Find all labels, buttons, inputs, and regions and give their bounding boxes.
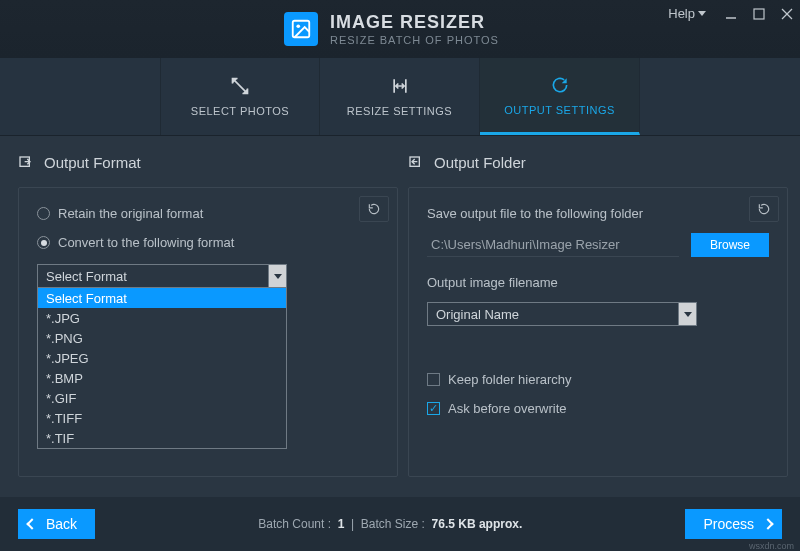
radio-label: Retain the original format <box>58 206 203 221</box>
back-button[interactable]: Back <box>18 509 95 539</box>
process-button[interactable]: Process <box>685 509 782 539</box>
svg-point-1 <box>296 24 300 28</box>
chevron-right-icon <box>762 518 773 529</box>
dropdown-option[interactable]: Select Format <box>38 288 286 308</box>
tab-label: RESIZE SETTINGS <box>347 105 452 117</box>
reset-folder-button[interactable] <box>749 196 779 222</box>
output-path-input[interactable] <box>427 233 679 257</box>
chevron-down-icon <box>268 265 286 287</box>
chevron-down-icon <box>678 303 696 325</box>
radio-retain-original[interactable]: Retain the original format <box>37 206 379 221</box>
checkbox-icon <box>427 373 440 386</box>
titlebar: IMAGE RESIZER RESIZE BATCH OF PHOTOS Hel… <box>0 0 800 58</box>
dropdown-option[interactable]: *.JPG <box>38 308 286 328</box>
expand-arrows-icon <box>229 75 251 97</box>
reset-format-button[interactable] <box>359 196 389 222</box>
app-subtitle: RESIZE BATCH OF PHOTOS <box>330 34 499 46</box>
chevron-left-icon <box>26 518 37 529</box>
dropdown-option[interactable]: *.TIF <box>38 428 286 448</box>
format-dropdown-list: Select Format *.JPG *.PNG *.JPEG *.BMP *… <box>37 288 287 449</box>
radio-convert-format[interactable]: Convert to the following format <box>37 235 379 250</box>
radio-icon <box>37 236 50 249</box>
resize-arrows-icon <box>389 75 411 97</box>
format-select[interactable]: Select Format Select Format *.JPG *.PNG … <box>37 264 287 288</box>
tab-bar: SELECT PHOTOS RESIZE SETTINGS OUTPUT SET… <box>0 58 800 136</box>
select-value: Original Name <box>436 307 519 322</box>
folder-export-icon <box>408 155 424 171</box>
browse-button[interactable]: Browse <box>691 233 769 257</box>
watermark-text: wsxdn.com <box>749 541 794 551</box>
select-value: Select Format <box>46 269 127 284</box>
output-format-panel: Output Format Retain the original format… <box>18 154 398 496</box>
help-menu[interactable]: Help <box>668 6 706 21</box>
refresh-icon <box>549 74 571 96</box>
checkbox-icon <box>427 402 440 415</box>
dropdown-option[interactable]: *.GIF <box>38 388 286 408</box>
tab-label: OUTPUT SETTINGS <box>504 104 615 116</box>
status-text: Batch Count : 1 | Batch Size : 76.5 KB a… <box>95 517 685 531</box>
filename-label: Output image filename <box>427 275 769 290</box>
checkbox-label: Keep folder hierarchy <box>448 372 572 387</box>
checkbox-keep-hierarchy[interactable]: Keep folder hierarchy <box>427 372 769 387</box>
output-folder-panel: Output Folder Save output file to the fo… <box>408 154 788 496</box>
filename-select[interactable]: Original Name <box>427 302 697 326</box>
save-folder-label: Save output file to the following folder <box>427 206 769 221</box>
svg-rect-3 <box>754 9 764 19</box>
tab-resize-settings[interactable]: RESIZE SETTINGS <box>320 57 480 135</box>
panel-heading: Output Format <box>44 154 141 171</box>
dropdown-option[interactable]: *.PNG <box>38 328 286 348</box>
help-label: Help <box>668 6 695 21</box>
export-icon <box>18 155 34 171</box>
svg-line-6 <box>234 80 246 92</box>
process-label: Process <box>703 516 754 532</box>
chevron-down-icon <box>698 11 706 16</box>
content-area: Output Format Retain the original format… <box>0 136 800 496</box>
tab-output-settings[interactable]: OUTPUT SETTINGS <box>480 57 640 135</box>
panel-heading: Output Folder <box>434 154 526 171</box>
tab-label: SELECT PHOTOS <box>191 105 289 117</box>
dropdown-option[interactable]: *.JPEG <box>38 348 286 368</box>
close-button[interactable] <box>780 7 794 21</box>
radio-icon <box>37 207 50 220</box>
maximize-button[interactable] <box>752 7 766 21</box>
footer-bar: Back Batch Count : 1 | Batch Size : 76.5… <box>0 497 800 551</box>
back-label: Back <box>46 516 77 532</box>
checkbox-ask-overwrite[interactable]: Ask before overwrite <box>427 401 769 416</box>
tab-select-photos[interactable]: SELECT PHOTOS <box>160 57 320 135</box>
minimize-button[interactable] <box>724 7 738 21</box>
app-logo-icon <box>284 12 318 46</box>
checkbox-label: Ask before overwrite <box>448 401 567 416</box>
dropdown-option[interactable]: *.TIFF <box>38 408 286 428</box>
dropdown-option[interactable]: *.BMP <box>38 368 286 388</box>
radio-label: Convert to the following format <box>58 235 234 250</box>
app-title: IMAGE RESIZER <box>330 12 499 33</box>
